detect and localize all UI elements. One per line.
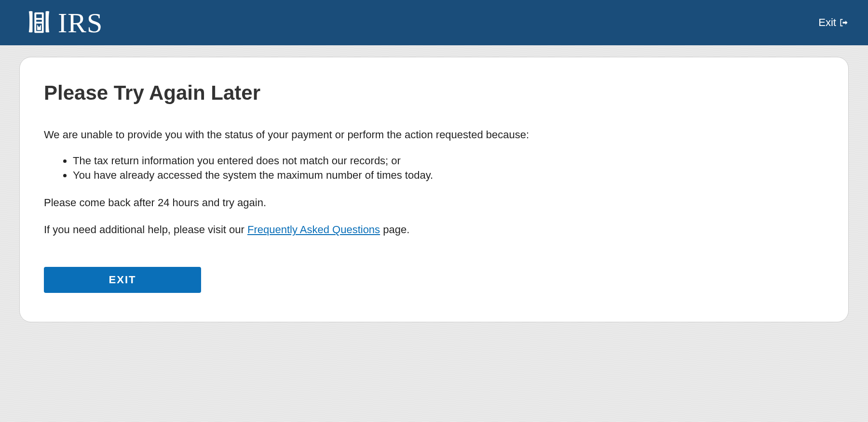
reason-list: The tax return information you entered d… [44, 154, 824, 184]
irs-seal-icon [24, 8, 54, 38]
sign-out-icon [839, 18, 849, 27]
message-card: Please Try Again Later We are unable to … [19, 57, 849, 322]
content-wrapper: Please Try Again Later We are unable to … [0, 45, 868, 334]
list-item: You have already accessed the system the… [73, 168, 824, 183]
faq-link[interactable]: Frequently Asked Questions [247, 224, 380, 236]
site-header: IRS Exit [0, 0, 868, 45]
help-prefix: If you need additional help, please visi… [44, 224, 247, 236]
retry-text: Please come back after 24 hours and try … [44, 196, 824, 210]
page-title: Please Try Again Later [44, 81, 824, 105]
list-item: The tax return information you entered d… [73, 154, 824, 169]
help-suffix: page. [380, 224, 409, 236]
exit-link-header[interactable]: Exit [818, 16, 849, 29]
irs-logo-text: IRS [58, 7, 103, 39]
intro-text: We are unable to provide you with the st… [44, 128, 824, 142]
svg-rect-2 [36, 20, 42, 22]
exit-link-label: Exit [818, 16, 836, 29]
svg-rect-1 [36, 14, 42, 18]
irs-logo: IRS [24, 7, 103, 39]
exit-button[interactable]: EXIT [44, 267, 201, 293]
help-text: If you need additional help, please visi… [44, 223, 824, 237]
